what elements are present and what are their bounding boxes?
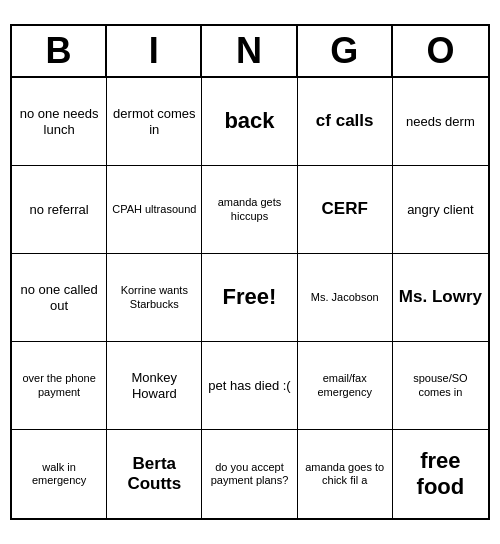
bingo-cell-7[interactable]: amanda gets hiccups bbox=[202, 166, 297, 254]
bingo-cell-11[interactable]: Korrine wants Starbucks bbox=[107, 254, 202, 342]
bingo-header: BINGO bbox=[12, 26, 488, 78]
bingo-cell-20[interactable]: walk in emergency bbox=[12, 430, 107, 518]
bingo-cell-17[interactable]: pet has died :( bbox=[202, 342, 297, 430]
bingo-cell-19[interactable]: spouse/SO comes in bbox=[393, 342, 488, 430]
bingo-cell-23[interactable]: amanda goes to chick fil a bbox=[298, 430, 393, 518]
bingo-cell-22[interactable]: do you accept payment plans? bbox=[202, 430, 297, 518]
header-letter: G bbox=[298, 26, 393, 76]
bingo-cell-1[interactable]: dermot comes in bbox=[107, 78, 202, 166]
bingo-cell-8[interactable]: CERF bbox=[298, 166, 393, 254]
bingo-cell-13[interactable]: Ms. Jacobson bbox=[298, 254, 393, 342]
header-letter: N bbox=[202, 26, 297, 76]
header-letter: I bbox=[107, 26, 202, 76]
header-letter: B bbox=[12, 26, 107, 76]
bingo-grid: no one needs lunchdermot comes inbackcf … bbox=[12, 78, 488, 518]
bingo-cell-0[interactable]: no one needs lunch bbox=[12, 78, 107, 166]
bingo-cell-9[interactable]: angry client bbox=[393, 166, 488, 254]
bingo-cell-5[interactable]: no referral bbox=[12, 166, 107, 254]
bingo-cell-6[interactable]: CPAH ultrasound bbox=[107, 166, 202, 254]
bingo-cell-2[interactable]: back bbox=[202, 78, 297, 166]
bingo-cell-18[interactable]: email/fax emergency bbox=[298, 342, 393, 430]
bingo-card: BINGO no one needs lunchdermot comes inb… bbox=[10, 24, 490, 520]
bingo-cell-15[interactable]: over the phone payment bbox=[12, 342, 107, 430]
bingo-cell-16[interactable]: Monkey Howard bbox=[107, 342, 202, 430]
bingo-cell-3[interactable]: cf calls bbox=[298, 78, 393, 166]
bingo-cell-4[interactable]: needs derm bbox=[393, 78, 488, 166]
bingo-cell-24[interactable]: free food bbox=[393, 430, 488, 518]
bingo-cell-14[interactable]: Ms. Lowry bbox=[393, 254, 488, 342]
bingo-cell-12[interactable]: Free! bbox=[202, 254, 297, 342]
header-letter: O bbox=[393, 26, 488, 76]
bingo-cell-21[interactable]: Berta Coutts bbox=[107, 430, 202, 518]
bingo-cell-10[interactable]: no one called out bbox=[12, 254, 107, 342]
